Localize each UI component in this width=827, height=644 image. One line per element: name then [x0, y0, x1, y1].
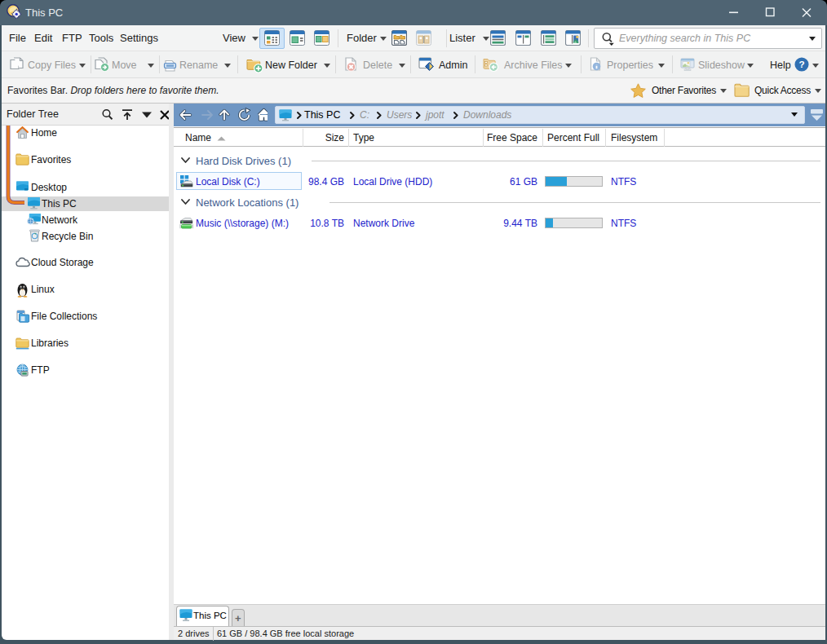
svg-text:?: ? — [798, 59, 804, 69]
